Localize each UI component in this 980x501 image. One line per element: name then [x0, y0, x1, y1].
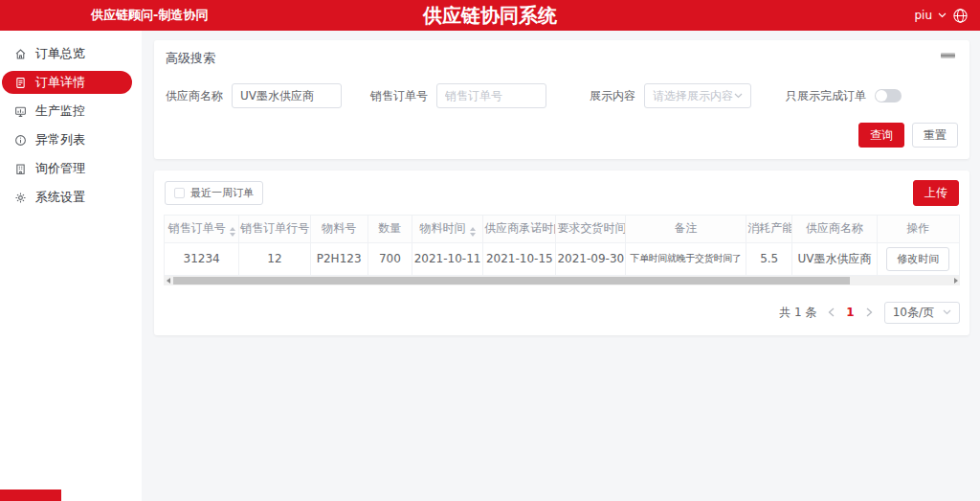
modify-time-button[interactable]: 修改时间: [886, 247, 949, 271]
page-size-value: 10条/页: [893, 305, 934, 321]
table-cell: 700: [368, 242, 412, 275]
chevron-down-icon[interactable]: [938, 12, 947, 18]
chevron-down-icon: [734, 93, 743, 99]
table-row: 3123412P2H1237002021-10-112021-10-152021…: [165, 242, 960, 275]
search-form: 供应商名称 销售订单号 展示内容 请选择展示内容: [166, 83, 958, 108]
sidebar-item-label: 订单总览: [35, 45, 85, 62]
sidebar-item-label: 询价管理: [35, 160, 85, 177]
checkbox-icon: [174, 188, 185, 198]
sidebar-item-inquiry-management[interactable]: 询价管理: [2, 157, 132, 180]
sidebar-item-label: 系统设置: [35, 189, 85, 206]
table-header-cell[interactable]: 供应商承诺时间: [483, 215, 556, 242]
display-content-select[interactable]: 请选择展示内容: [644, 83, 751, 108]
table-header-cell: 供应商名称: [792, 215, 877, 242]
table-header-cell: 物料号: [310, 215, 368, 242]
sort-icon[interactable]: [470, 227, 476, 237]
table-header-cell: 销售订单行号: [239, 215, 310, 242]
app-window: 供应链顾问-制造协同 供应链协同系统 piu 订单总览: [0, 0, 980, 501]
monitor-chart-icon: [14, 105, 27, 118]
table-cell: UV墨水供应商: [792, 242, 877, 275]
reset-button[interactable]: 重置: [912, 123, 958, 148]
display-content-field-group: 展示内容 请选择展示内容: [590, 83, 751, 108]
sidebar-item-label: 生产监控: [35, 102, 85, 120]
sidebar-item-system-settings[interactable]: 系统设置: [2, 186, 132, 209]
bottom-red-bar: [0, 490, 61, 501]
sidebar-item-order-overview[interactable]: 订单总览: [2, 42, 132, 65]
search-card-title: 高级搜索: [166, 50, 958, 67]
user-area: piu: [914, 8, 969, 24]
table-header-cell: 数量: [368, 215, 412, 242]
sales-order-label: 销售订单号: [370, 88, 428, 104]
completed-orders-toggle-label: 只展示完成订单: [786, 88, 866, 104]
recent-week-orders-label: 最近一周订单: [190, 186, 254, 200]
next-page-button[interactable]: [866, 307, 873, 317]
user-name[interactable]: piu: [914, 9, 932, 22]
search-actions: 查询 重置: [166, 123, 958, 148]
table-header-cell[interactable]: 物料时间: [412, 215, 482, 242]
info-circle-icon: [14, 134, 27, 147]
table-cell: 2021-10-11: [412, 242, 482, 275]
sort-icon[interactable]: [230, 227, 235, 237]
table-action-cell: 修改时间: [877, 242, 959, 275]
building-icon: [14, 163, 27, 175]
display-content-label: 展示内容: [590, 88, 635, 104]
sidebar-item-label: 订单详情: [35, 74, 85, 91]
sidebar-item-exception-list[interactable]: 异常列表: [2, 128, 132, 151]
completed-orders-toggle-group: 只展示完成订单: [786, 88, 902, 104]
scroll-right-arrow-icon[interactable]: [951, 276, 960, 285]
table-cell: 5.5: [746, 242, 792, 275]
brand-text: 供应链顾问-制造协同: [91, 7, 208, 24]
supplier-name-field-group: 供应商名称: [166, 83, 342, 108]
globe-icon[interactable]: [952, 8, 969, 24]
query-button[interactable]: 查询: [858, 123, 904, 148]
prev-page-button[interactable]: [828, 307, 835, 317]
sales-order-input[interactable]: [436, 83, 546, 108]
table-cell: P2H123: [310, 242, 368, 275]
completed-orders-toggle[interactable]: [875, 89, 902, 102]
sidebar-item-label: 异常列表: [35, 131, 85, 148]
gear-icon: [14, 192, 27, 204]
orders-table-body: 3123412P2H1237002021-10-112021-10-152021…: [165, 242, 960, 275]
collapse-panel-icon[interactable]: [941, 53, 955, 58]
horizontal-scrollbar[interactable]: [164, 276, 960, 285]
content-area: 高级搜索 供应商名称 销售订单号 展示内容 请选择展示内容: [142, 31, 980, 501]
scrollbar-thumb[interactable]: [173, 277, 850, 285]
table-header-cell: 备注: [625, 215, 746, 242]
table-header-cell[interactable]: 销售订单号: [165, 215, 239, 242]
table-cell: 31234: [165, 242, 239, 275]
document-icon: [14, 77, 27, 89]
chevron-down-icon: [943, 309, 951, 315]
recent-week-orders-checkbox[interactable]: 最近一周订单: [165, 181, 263, 205]
page-title: 供应链协同系统: [423, 0, 557, 31]
table-header-cell: 操作: [877, 215, 959, 242]
sidebar-item-order-details[interactable]: 订单详情: [2, 71, 132, 94]
table-toolbar: 最近一周订单 上传: [164, 178, 960, 214]
topbar: 供应链顾问-制造协同 供应链协同系统 piu: [0, 0, 980, 31]
sidebar-item-production-monitor[interactable]: 生产监控: [2, 100, 132, 123]
table-cell: 下单时间就晚于交货时间了: [625, 242, 746, 275]
orders-card: 最近一周订单 上传 销售订单号销售订单行号物料号数量物料时间供应商承诺时间要求交…: [154, 171, 969, 334]
scroll-left-arrow-icon[interactable]: [164, 276, 172, 285]
supplier-name-label: 供应商名称: [166, 88, 223, 104]
table-cell: 2021-10-15: [483, 242, 556, 275]
orders-table: 销售订单号销售订单行号物料号数量物料时间供应商承诺时间要求交货时间备注消耗产能供…: [164, 215, 960, 276]
sidebar: 订单总览 订单详情 生产监控 异常列表: [0, 31, 142, 501]
pagination: 共 1 条 1 10条/页: [164, 302, 960, 324]
home-icon: [14, 48, 27, 60]
table-header-cell[interactable]: 要求交货时间: [556, 215, 625, 242]
supplier-name-input[interactable]: [232, 83, 342, 108]
display-content-placeholder: 请选择展示内容: [653, 88, 733, 104]
table-header-cell: 消耗产能: [746, 215, 792, 242]
page-size-select[interactable]: 10条/页: [884, 302, 960, 324]
current-page[interactable]: 1: [846, 306, 854, 319]
table-cell: 12: [239, 242, 310, 275]
total-count: 共 1 条: [779, 305, 816, 321]
sales-order-field-group: 销售订单号: [370, 83, 546, 108]
table-cell: 2021-09-30: [556, 242, 625, 275]
upload-button[interactable]: 上传: [913, 180, 959, 205]
advanced-search-card: 高级搜索 供应商名称 销售订单号 展示内容 请选择展示内容: [154, 40, 969, 159]
orders-table-head: 销售订单号销售订单行号物料号数量物料时间供应商承诺时间要求交货时间备注消耗产能供…: [165, 215, 960, 242]
